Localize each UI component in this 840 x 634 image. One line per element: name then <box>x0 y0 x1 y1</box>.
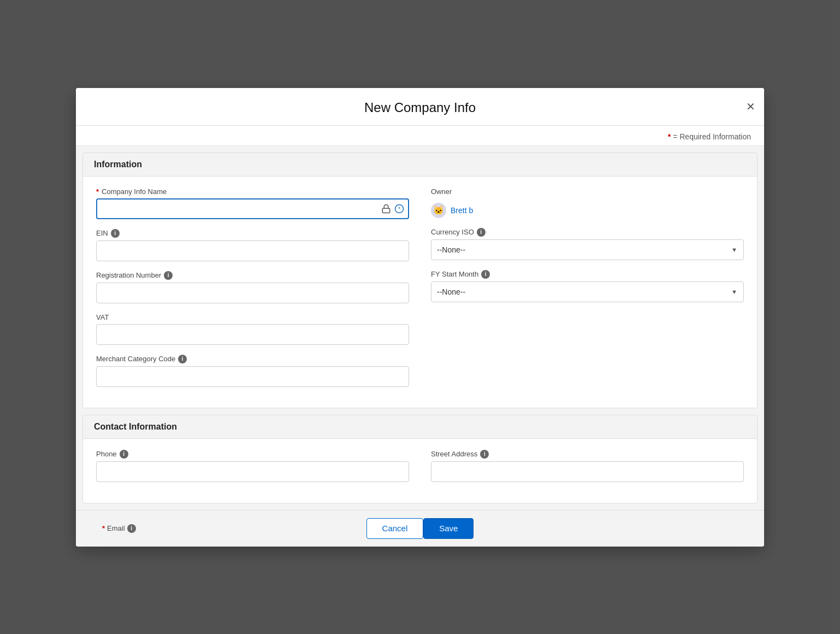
required-note: * = Required Information <box>76 126 764 146</box>
street-address-group: Street Address i <box>431 450 744 482</box>
vat-input[interactable] <box>96 324 409 345</box>
owner-name[interactable]: Brett b <box>451 206 473 215</box>
modal-body: * = Required Information Information * C… <box>76 126 764 510</box>
vat-group: VAT <box>96 313 409 345</box>
phone-label: Phone i <box>96 450 409 459</box>
fy-start-month-label: FY Start Month i <box>431 270 744 279</box>
email-required-star: * <box>102 524 105 532</box>
fy-start-month-select[interactable]: --None-- <box>431 281 744 302</box>
modal-header: New Company Info ✕ <box>76 88 764 126</box>
lock-icon <box>381 203 392 214</box>
modal-footer-inner: * Email i Cancel Save <box>89 518 751 539</box>
company-info-name-input-wrapper <box>96 198 409 219</box>
ein-info-icon[interactable]: i <box>111 229 120 238</box>
email-note: * Email i <box>102 524 136 533</box>
company-info-name-label: * Company Info Name <box>96 187 409 196</box>
contact-information-section: Contact Information Phone i <box>82 415 758 503</box>
information-section-header: Information <box>83 153 757 177</box>
ein-label: EIN i <box>96 229 409 238</box>
fy-start-month-select-wrapper: --None-- <box>431 281 744 302</box>
avatar: 🐱 <box>431 203 446 218</box>
phone-info-icon[interactable]: i <box>120 450 128 459</box>
company-info-name-group: * Company Info Name <box>96 187 409 219</box>
close-button[interactable]: ✕ <box>746 100 755 113</box>
currency-iso-select-wrapper: --None-- <box>431 239 744 260</box>
phone-group: Phone i <box>96 450 409 482</box>
registration-number-info-icon[interactable]: i <box>164 271 173 280</box>
currency-iso-label: Currency ISO i <box>431 228 744 237</box>
svg-rect-0 <box>382 208 390 213</box>
information-section-body: * Company Info Name <box>83 177 757 408</box>
ein-group: EIN i <box>96 229 409 261</box>
contact-section-header: Contact Information <box>83 415 757 439</box>
owner-field: 🐱 Brett b <box>431 198 744 218</box>
phone-input[interactable] <box>96 461 409 482</box>
registration-number-input[interactable] <box>96 283 409 303</box>
fy-start-month-group: FY Start Month i --None-- <box>431 270 744 302</box>
registration-number-group: Registration Number i <box>96 271 409 303</box>
currency-iso-group: Currency ISO i --None-- <box>431 228 744 260</box>
save-button[interactable]: Save <box>423 518 474 539</box>
owner-label: Owner <box>431 187 744 196</box>
street-address-info-icon[interactable]: i <box>480 450 489 459</box>
currency-iso-select[interactable]: --None-- <box>431 239 744 260</box>
merchant-category-code-info-icon[interactable]: i <box>178 355 187 363</box>
company-info-name-input[interactable] <box>96 198 409 219</box>
fy-start-month-info-icon[interactable]: i <box>481 270 490 279</box>
vat-label: VAT <box>96 313 409 321</box>
email-info-icon[interactable]: i <box>127 524 136 533</box>
modal-title: New Company Info <box>364 100 476 115</box>
merchant-category-code-input[interactable] <box>96 366 409 387</box>
modal-overlay: New Company Info ✕ * = Required Informat… <box>0 0 840 634</box>
information-section: Information * Company Info Name <box>82 152 758 408</box>
left-column: * Company Info Name <box>96 187 409 397</box>
modal: New Company Info ✕ * = Required Informat… <box>76 88 764 547</box>
company-name-input-icons <box>381 203 405 214</box>
modal-footer: * Email i Cancel Save <box>76 510 764 547</box>
footer-left: * Email i <box>102 524 136 533</box>
contact-right-column: Street Address i <box>431 450 744 492</box>
contact-left-column: Phone i <box>96 450 409 492</box>
street-address-input[interactable] <box>431 461 744 482</box>
required-text: = Required Information <box>671 132 751 141</box>
owner-group: Owner 🐱 Brett b <box>431 187 744 218</box>
info-circle-icon <box>394 203 405 214</box>
company-name-required-star: * <box>96 187 99 196</box>
cancel-button[interactable]: Cancel <box>366 518 424 539</box>
registration-number-label: Registration Number i <box>96 271 409 280</box>
merchant-category-code-label: Merchant Category Code i <box>96 355 409 363</box>
ein-input[interactable] <box>96 240 409 261</box>
street-address-label: Street Address i <box>431 450 744 459</box>
right-column: Owner 🐱 Brett b Currency ISO i <box>431 187 744 397</box>
contact-section-body: Phone i Street Address i <box>83 439 757 503</box>
merchant-category-code-group: Merchant Category Code i <box>96 355 409 387</box>
currency-iso-info-icon[interactable]: i <box>477 228 486 237</box>
